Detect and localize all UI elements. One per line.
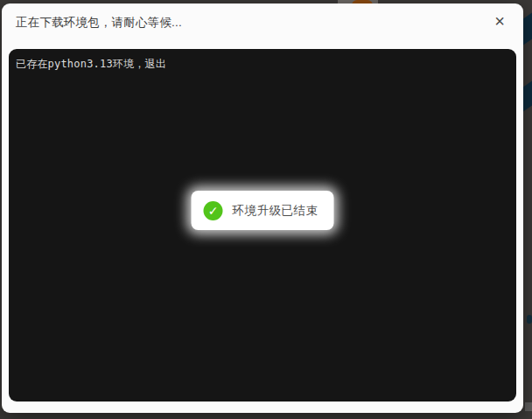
background-teal-shape [523,80,532,111]
download-progress-dialog: 正在下载环境包，请耐心等候... × 已存在python3.13环境，退出 ✓ … [2,3,523,413]
toast-message: 环境升级已结束 [233,203,318,219]
close-icon[interactable]: × [488,10,511,33]
background-teal-shape [527,315,532,324]
success-toast: ✓ 环境升级已结束 [192,191,334,230]
background-teal-shape [523,12,532,45]
console-line: 已存在python3.13环境，退出 [16,57,509,72]
background-clipped-content [525,402,532,411]
success-check-icon: ✓ [204,201,223,220]
console-output: 已存在python3.13环境，退出 ✓ 环境升级已结束 [9,49,516,402]
dialog-title: 正在下载环境包，请耐心等候... [16,15,182,31]
